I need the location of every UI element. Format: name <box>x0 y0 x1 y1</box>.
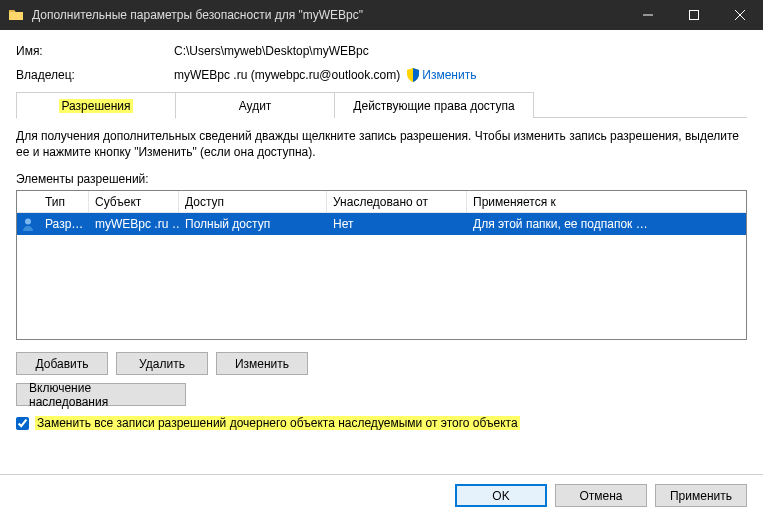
row-type: Разр… <box>39 213 89 235</box>
grid-header-icon[interactable] <box>17 191 39 212</box>
grid-header-subject[interactable]: Субъект <box>89 191 179 212</box>
edit-button[interactable]: Изменить <box>216 352 308 375</box>
replace-checkbox-label[interactable]: Заменить все записи разрешений дочернего… <box>35 416 520 430</box>
grid-header-applies[interactable]: Применяется к <box>467 191 746 212</box>
grid-row[interactable]: Разр… myWEBpc .ru … Полный доступ Нет Дл… <box>17 213 746 235</box>
minimize-button[interactable] <box>625 0 671 30</box>
grid-header-inherited[interactable]: Унаследовано от <box>327 191 467 212</box>
name-value: C:\Users\myweb\Desktop\myWEBpc <box>174 44 369 58</box>
row-access: Полный доступ <box>179 213 327 235</box>
folder-icon <box>8 7 24 23</box>
cancel-button[interactable]: Отмена <box>555 484 647 507</box>
tabs: Разрешения Аудит Действующие права досту… <box>16 92 747 118</box>
description-text: Для получения дополнительных сведений дв… <box>16 128 747 160</box>
close-button[interactable] <box>717 0 763 30</box>
row-inherited: Нет <box>327 213 467 235</box>
action-row: Добавить Удалить Изменить <box>16 352 747 375</box>
footer: OK Отмена Применить <box>0 474 763 516</box>
permissions-grid[interactable]: Тип Субъект Доступ Унаследовано от Приме… <box>16 190 747 340</box>
row-applies: Для этой папки, ее подпапок … <box>467 213 746 235</box>
grid-header-access[interactable]: Доступ <box>179 191 327 212</box>
remove-button[interactable]: Удалить <box>116 352 208 375</box>
replace-checkbox[interactable] <box>16 417 29 430</box>
apply-button[interactable]: Применить <box>655 484 747 507</box>
owner-value: myWEBpc .ru (mywebpc.ru@outlook.com) <box>174 68 400 82</box>
change-owner-link[interactable]: Изменить <box>422 68 476 82</box>
replace-checkbox-row: Заменить все записи разрешений дочернего… <box>16 416 747 430</box>
row-icon <box>17 213 39 235</box>
owner-label: Владелец: <box>16 68 174 82</box>
grid-header: Тип Субъект Доступ Унаследовано от Приме… <box>17 191 746 213</box>
tab-body: Для получения дополнительных сведений дв… <box>16 118 747 430</box>
enable-inheritance-button[interactable]: Включение наследования <box>16 383 186 406</box>
add-button[interactable]: Добавить <box>16 352 108 375</box>
svg-point-1 <box>25 219 31 225</box>
svg-rect-0 <box>690 11 699 20</box>
grid-header-type[interactable]: Тип <box>39 191 89 212</box>
tab-permissions-label: Разрешения <box>59 99 132 113</box>
row-subject: myWEBpc .ru … <box>89 213 179 235</box>
tab-audit[interactable]: Аудит <box>175 92 335 118</box>
shield-icon <box>406 68 420 82</box>
maximize-button[interactable] <box>671 0 717 30</box>
content-area: Имя: C:\Users\myweb\Desktop\myWEBpc Влад… <box>0 30 763 440</box>
name-label: Имя: <box>16 44 174 58</box>
titlebar: Дополнительные параметры безопасности дл… <box>0 0 763 30</box>
window-controls <box>625 0 763 30</box>
inherit-row: Включение наследования <box>16 383 747 406</box>
ok-button[interactable]: OK <box>455 484 547 507</box>
tab-permissions[interactable]: Разрешения <box>16 92 176 119</box>
elements-label: Элементы разрешений: <box>16 172 747 186</box>
owner-row: Владелец: myWEBpc .ru (mywebpc.ru@outloo… <box>16 68 747 82</box>
window-title: Дополнительные параметры безопасности дл… <box>32 8 625 22</box>
name-row: Имя: C:\Users\myweb\Desktop\myWEBpc <box>16 44 747 58</box>
tab-audit-label: Аудит <box>239 99 272 113</box>
tab-effective-access[interactable]: Действующие права доступа <box>334 92 534 118</box>
user-icon <box>21 217 35 231</box>
tab-effective-access-label: Действующие права доступа <box>353 99 514 113</box>
